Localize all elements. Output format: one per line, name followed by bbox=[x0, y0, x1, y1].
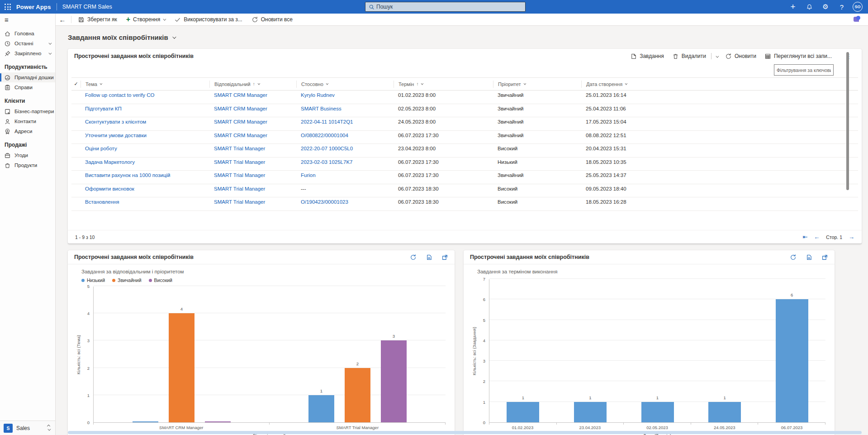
table-row[interactable]: Сконтуктувати з клієнтомSMART CRM Manage… bbox=[71, 117, 858, 131]
previous-page-icon[interactable]: ← bbox=[814, 234, 820, 240]
back-icon[interactable]: ← bbox=[56, 16, 69, 24]
table-row[interactable]: Follow up contact to verify COSMART CRM … bbox=[71, 91, 858, 104]
cell-regarding[interactable]: O/080822/00001004 bbox=[296, 133, 394, 138]
cell-owner[interactable]: SMART Trial Manager bbox=[209, 186, 296, 191]
keyword-filter-input[interactable] bbox=[774, 64, 834, 76]
settings-icon[interactable]: ⚙ bbox=[817, 0, 834, 14]
toolbar-refresh[interactable]: Оновити bbox=[721, 49, 760, 63]
table-row[interactable]: ВстановленняSMART Trial ManagerO/190423/… bbox=[71, 197, 858, 211]
notifications-icon[interactable] bbox=[801, 0, 817, 14]
command-save[interactable]: Зберегти як bbox=[73, 14, 122, 26]
cell-theme[interactable]: Follow up contact to verify CO bbox=[81, 92, 209, 98]
cell-theme[interactable]: Оціни роботу bbox=[81, 146, 209, 151]
sidebar-item[interactable]: Угоди bbox=[0, 150, 55, 160]
sidebar-item[interactable]: Бізнес-партнери bbox=[0, 106, 55, 116]
table-row[interactable]: Уточнити умови доставкиSMART CRM Manager… bbox=[71, 131, 858, 144]
brand-label[interactable]: Power Apps bbox=[16, 4, 51, 10]
table-row[interactable]: Підготувати КПSMART CRM ManagerSMART Bus… bbox=[71, 104, 858, 118]
sidebar-item[interactable]: Останні bbox=[0, 38, 55, 48]
cell-owner[interactable]: SMART Trial Manager bbox=[209, 159, 296, 165]
bar-Високий[interactable] bbox=[205, 421, 231, 422]
view-report-icon[interactable] bbox=[426, 254, 432, 261]
cell-theme[interactable]: Встановлення bbox=[81, 199, 209, 205]
sidebar-item[interactable]: Приладні дошки bbox=[0, 72, 55, 82]
cell-theme[interactable]: Виставити рахунок на 1000 позицій bbox=[81, 172, 209, 178]
environment-switcher[interactable]: S Sales bbox=[0, 421, 55, 435]
horizontal-scrollbar[interactable] bbox=[68, 431, 862, 434]
help-icon[interactable]: ? bbox=[834, 0, 850, 14]
cell-owner[interactable]: SMART Trial Manager bbox=[209, 199, 296, 205]
column-header[interactable]: Пріоритет bbox=[493, 81, 581, 88]
table-row[interactable]: Задача МаркетологуSMART Trial Manager202… bbox=[71, 158, 858, 171]
chevron-down-icon[interactable] bbox=[712, 53, 721, 59]
hamburger-icon[interactable]: ≡ bbox=[0, 14, 55, 26]
toolbar-task[interactable]: Завдання bbox=[626, 49, 668, 63]
cell-regarding[interactable]: SMART Business bbox=[296, 106, 394, 111]
cell-regarding[interactable]: Kyrylo Rudnev bbox=[296, 92, 394, 98]
cell-regarding[interactable]: O/190423/00001023 bbox=[296, 199, 394, 205]
column-header[interactable]: Дата створення bbox=[581, 81, 858, 88]
command-plus[interactable]: +Створення bbox=[122, 14, 170, 26]
sidebar-item[interactable]: Продукти bbox=[0, 160, 55, 170]
column-header[interactable]: Відповідальний↑ bbox=[209, 81, 296, 88]
expand-icon[interactable] bbox=[821, 254, 828, 261]
bar-Звичайний[interactable] bbox=[169, 313, 194, 422]
legend-item[interactable]: Низький bbox=[81, 277, 105, 283]
command-check[interactable]: Використовувати за з... bbox=[170, 14, 247, 26]
cell-owner[interactable]: SMART CRM Manager bbox=[209, 133, 296, 138]
cell-owner[interactable]: SMART CRM Manager bbox=[209, 106, 296, 111]
bar-Завдання[interactable] bbox=[574, 402, 607, 422]
first-page-icon[interactable]: ⇤ bbox=[802, 234, 807, 240]
cell-regarding[interactable]: 2023-02-03 1025L7K7 bbox=[296, 159, 394, 165]
bar-Завдання[interactable] bbox=[776, 299, 808, 422]
column-header[interactable]: Термін↑ bbox=[394, 81, 493, 88]
cell-owner[interactable]: SMART CRM Manager bbox=[209, 92, 296, 98]
cell-owner[interactable]: SMART Trial Manager bbox=[209, 172, 296, 178]
bar-Завдання[interactable] bbox=[507, 402, 539, 422]
table-row[interactable]: Оформити висновокSMART Trial Manager---0… bbox=[71, 184, 858, 198]
search-input[interactable] bbox=[376, 4, 503, 10]
global-search[interactable] bbox=[365, 2, 526, 12]
bar-Завдання[interactable] bbox=[641, 402, 674, 422]
cell-regarding[interactable]: 2022-20-07 1000C5L0 bbox=[296, 146, 394, 151]
app-name[interactable]: SMART CRM Sales bbox=[62, 4, 112, 10]
cell-owner[interactable]: SMART CRM Manager bbox=[209, 119, 296, 124]
legend-item[interactable]: Високий bbox=[149, 277, 172, 283]
cell-theme[interactable]: Оформити висновок bbox=[81, 186, 209, 191]
cell-theme[interactable]: Підготувати КП bbox=[81, 106, 209, 111]
page-title[interactable]: Завдання моїх співробітників bbox=[68, 33, 175, 41]
legend-item[interactable]: Звичайний bbox=[112, 277, 142, 283]
refresh-icon[interactable] bbox=[410, 254, 417, 261]
sidebar-item[interactable]: Контакти bbox=[0, 116, 55, 126]
avatar[interactable]: SO bbox=[853, 2, 863, 12]
cell-theme[interactable]: Задача Маркетологу bbox=[81, 159, 209, 165]
select-all-icon[interactable]: ✓ bbox=[71, 81, 81, 88]
column-header[interactable]: Тема bbox=[81, 81, 209, 88]
sidebar-item[interactable]: Справи bbox=[0, 82, 55, 92]
bar-Низький[interactable] bbox=[308, 395, 334, 422]
cell-theme[interactable]: Уточнити умови доставки bbox=[81, 133, 209, 138]
command-refresh[interactable]: Оновити все bbox=[247, 14, 297, 26]
cell-regarding[interactable]: 2022-04-11 1014T2Q1 bbox=[296, 119, 394, 124]
toolbar-delete[interactable]: Видалити bbox=[668, 49, 710, 63]
cell-owner[interactable]: SMART Trial Manager bbox=[209, 146, 296, 151]
vertical-scrollbar[interactable] bbox=[846, 52, 849, 190]
refresh-icon[interactable] bbox=[790, 254, 797, 261]
next-page-icon[interactable]: → bbox=[849, 234, 854, 240]
bar-Завдання[interactable] bbox=[708, 402, 741, 422]
table-row[interactable]: Виставити рахунок на 1000 позиційSMART T… bbox=[71, 171, 858, 184]
table-row[interactable]: Оціни роботуSMART Trial Manager2022-20-0… bbox=[71, 144, 858, 158]
view-report-icon[interactable] bbox=[806, 254, 812, 261]
bar-Звичайний[interactable] bbox=[345, 368, 370, 422]
sidebar-item[interactable]: Закріплено bbox=[0, 48, 55, 58]
cell-regarding[interactable]: Furion bbox=[296, 172, 394, 178]
bar-Високий[interactable] bbox=[381, 340, 407, 422]
sidebar-item[interactable]: Адреси bbox=[0, 126, 55, 136]
cell-theme[interactable]: Сконтуктувати з клієнтом bbox=[81, 119, 209, 124]
waffle-icon[interactable] bbox=[0, 0, 15, 14]
bar-Низький[interactable] bbox=[133, 421, 158, 422]
column-header[interactable]: Стосовно bbox=[296, 81, 394, 88]
add-icon[interactable]: + bbox=[785, 0, 801, 14]
toolbar-grid[interactable]: Переглянути всі запи... bbox=[760, 49, 836, 63]
chat-icon[interactable] bbox=[854, 16, 861, 23]
